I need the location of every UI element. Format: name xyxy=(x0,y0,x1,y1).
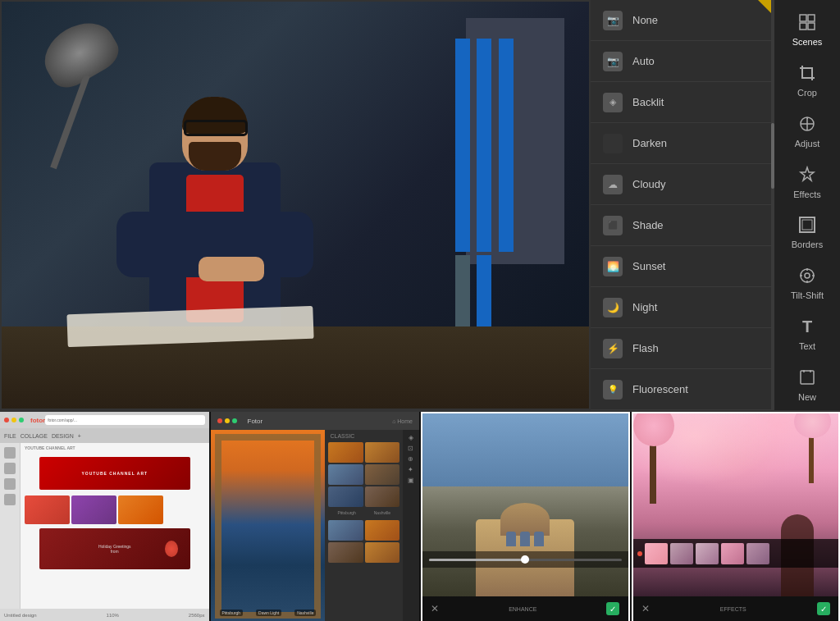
effect-thumb-3[interactable] xyxy=(696,543,719,564)
scene-icon-none: 📷 xyxy=(603,11,623,30)
scene-icon-fluorescent: 💡 xyxy=(603,380,623,400)
thumb1-editor-toolbar: FILECOLLAGEDESIGN+ xyxy=(0,428,209,443)
person-figure xyxy=(133,97,297,343)
text-icon: T xyxy=(796,315,819,338)
effect-thumb-4[interactable] xyxy=(721,543,744,564)
thumb4-photo xyxy=(633,413,839,596)
tool-borders: ▣ xyxy=(408,477,414,484)
filter-thumb-9[interactable] xyxy=(328,542,363,563)
scene-label-backlit: Backlit xyxy=(632,96,664,108)
toolbar-borders[interactable]: Borders xyxy=(778,208,837,257)
scene-label-night: Night xyxy=(632,301,657,313)
thumb4-confirm[interactable]: ✓ xyxy=(817,602,830,615)
thumb1-sidebar xyxy=(0,443,21,609)
svg-rect-3 xyxy=(808,23,815,30)
scene-item-sunset[interactable]: 🌅 Sunset xyxy=(591,246,774,287)
desk-papers xyxy=(66,306,313,347)
toolbar-scenes[interactable]: Scenes xyxy=(778,4,837,53)
borders-label: Borders xyxy=(792,240,824,249)
thumb2-main-photo: Pittsburgh Dawn Light Nashville xyxy=(211,430,326,621)
filter-name-2: Nashville xyxy=(374,510,390,515)
scene-icon-cloudy: ☁ xyxy=(603,175,623,194)
scene-item-fluorescent[interactable]: 💡 Fluorescent xyxy=(591,369,774,410)
scene-label-sunset: Sunset xyxy=(632,260,665,272)
new-label: New xyxy=(798,392,816,402)
thumb3-close[interactable]: ✕ xyxy=(431,603,439,614)
filter-thumb-8[interactable] xyxy=(365,520,399,541)
filter-name-nashville: Nashville xyxy=(294,610,316,616)
scene-label-auto: Auto xyxy=(632,55,655,67)
thumb2-content: Pittsburgh Dawn Light Nashville Classic xyxy=(211,430,420,621)
svg-rect-0 xyxy=(800,15,806,21)
thumb3-photo xyxy=(422,413,628,596)
toolbar-effects[interactable]: Effects xyxy=(778,157,837,206)
maximize-dot xyxy=(19,418,24,422)
thumb2-filter-list: Classic Pittsburgh Nashville xyxy=(325,430,403,621)
scrollbar-thumb xyxy=(771,123,774,189)
effect-thumb-5[interactable] xyxy=(746,543,769,564)
filter-thumb-6[interactable] xyxy=(365,486,399,507)
filter-thumb-3[interactable] xyxy=(328,464,363,485)
effects-icon xyxy=(796,163,819,186)
thumb2-topbar: Fotor ⌂ Home xyxy=(211,412,420,430)
thumb3-slider-bar xyxy=(422,551,628,568)
scene-icon-night: 🌙 xyxy=(603,298,623,317)
toolbar-new[interactable]: New xyxy=(778,359,837,409)
scenes-list: 📷 None 📷 Auto ◈ Backlit Darken ☁ Cl xyxy=(591,0,774,410)
svg-rect-2 xyxy=(800,23,806,30)
browser-url: fotor.com/app/... xyxy=(45,415,204,425)
scene-item-shade[interactable]: ⬛ Shade xyxy=(591,205,774,246)
filter-name-1: Pittsburgh xyxy=(337,510,356,515)
thumb1-topbar: fotor fotor.com/app/... xyxy=(0,412,209,428)
svg-rect-17 xyxy=(801,371,814,384)
thumbnail-1-web[interactable]: fotor fotor.com/app/... FILECOLLAGEDESIG… xyxy=(0,412,211,621)
scene-item-backlit[interactable]: ◈ Backlit xyxy=(591,82,774,123)
tool-effects: ✦ xyxy=(408,466,413,473)
scene-label-cloudy: Cloudy xyxy=(632,178,665,190)
thumb4-close[interactable]: ✕ xyxy=(641,603,650,614)
thumb1-design-name: Untitled design xyxy=(4,613,37,618)
scene-item-none[interactable]: 📷 None xyxy=(591,0,774,41)
thumbnail-3-architecture[interactable]: ✕ ENHANCE ✓ xyxy=(421,412,632,621)
scenes-list-wrapper: 📷 None 📷 Auto ◈ Backlit Darken ☁ Cl xyxy=(591,0,774,410)
toolbar-text[interactable]: T Text xyxy=(778,308,837,358)
thumb3-label: ENHANCE xyxy=(509,606,536,612)
svg-rect-10 xyxy=(802,220,812,230)
filter-thumb-1[interactable] xyxy=(328,442,363,463)
filter-name-pittsburgh: Pittsburgh xyxy=(220,610,244,616)
effect-active-dot xyxy=(637,551,642,556)
thumb3-confirm[interactable]: ✓ xyxy=(606,602,619,615)
fotor-logo-small: fotor xyxy=(30,417,45,424)
filter-thumb-4[interactable] xyxy=(365,464,399,485)
scene-item-flash[interactable]: ⚡ Flash xyxy=(591,328,774,369)
filter-thumbs-grid-2 xyxy=(325,518,403,564)
lamp-arm xyxy=(50,75,90,169)
scene-item-darken[interactable]: Darken xyxy=(591,123,774,164)
effect-thumb-2[interactable] xyxy=(670,543,693,564)
toolbar-adjust[interactable]: Adjust xyxy=(778,106,837,155)
filter-thumb-5[interactable] xyxy=(328,486,363,507)
svg-rect-1 xyxy=(808,15,815,21)
svg-marker-8 xyxy=(801,167,814,180)
filter-thumb-7[interactable] xyxy=(328,520,363,541)
scene-item-cloudy[interactable]: ☁ Cloudy xyxy=(591,164,774,205)
thumbnail-4-portrait[interactable]: ✕ EFFECTS ✓ xyxy=(632,412,841,621)
effect-thumb-1[interactable] xyxy=(645,543,668,564)
filter-thumb-10[interactable] xyxy=(365,542,399,563)
scene-label-flash: Flash xyxy=(632,342,659,354)
filter-category-classic: Classic xyxy=(325,430,403,441)
thumbnail-2-filters[interactable]: Fotor ⌂ Home Pittsburgh Dawn Light Nashv… xyxy=(211,412,422,621)
scene-icon-backlit: ◈ xyxy=(603,93,623,112)
thumb4-bottom: ✕ EFFECTS ✓ xyxy=(633,596,839,621)
scenes-scrollbar[interactable] xyxy=(771,0,774,410)
toolbar-crop[interactable]: Crop xyxy=(778,55,837,104)
bottom-section: fotor fotor.com/app/... FILECOLLAGEDESIG… xyxy=(0,410,840,621)
scenes-label: Scenes xyxy=(792,37,823,47)
toolbar-tiltshift[interactable]: Tilt-Shift xyxy=(778,258,837,307)
scene-item-night[interactable]: 🌙 Night xyxy=(591,287,774,328)
right-panel: 📷 None 📷 Auto ◈ Backlit Darken ☁ Cl xyxy=(591,0,840,410)
tool-scenes: ◈ xyxy=(409,434,413,441)
filter-thumb-2[interactable] xyxy=(365,442,399,463)
scene-item-auto[interactable]: 📷 Auto xyxy=(591,41,774,82)
adjust-icon xyxy=(796,112,819,135)
